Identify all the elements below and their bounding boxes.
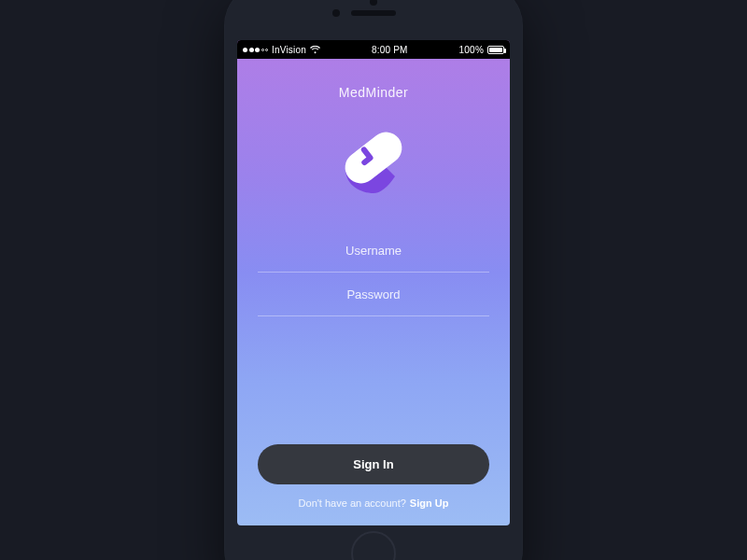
sign-in-button[interactable]: Sign In [258, 444, 489, 484]
status-time: 8:00 PM [372, 45, 408, 55]
battery-pct: 100% [459, 45, 484, 55]
username-field-row [258, 229, 489, 273]
signup-row: Don't have an account? Sign Up [299, 497, 449, 509]
app-logo [322, 120, 425, 204]
login-screen: MedMinder [237, 59, 510, 525]
sign-up-link[interactable]: Sign Up [410, 497, 449, 509]
password-input[interactable] [258, 287, 489, 301]
username-input[interactable] [258, 244, 489, 258]
wifi-icon [310, 46, 320, 54]
stage: InVision 8:00 PM 100% MedMinder [0, 0, 747, 560]
phone-camera [332, 9, 340, 17]
battery-icon [487, 46, 504, 54]
status-bar: InVision 8:00 PM 100% [237, 40, 510, 59]
password-field-row [258, 273, 489, 316]
phone-screen: InVision 8:00 PM 100% MedMinder [237, 40, 510, 525]
signal-dots-icon [243, 48, 268, 52]
app-title: MedMinder [339, 85, 409, 100]
status-left: InVision [243, 45, 320, 55]
phone-sensor [370, 0, 377, 6]
status-right: 100% [459, 45, 504, 55]
phone-frame: InVision 8:00 PM 100% MedMinder [224, 0, 523, 560]
carrier-label: InVision [272, 45, 306, 55]
signup-prompt: Don't have an account? [299, 497, 406, 509]
